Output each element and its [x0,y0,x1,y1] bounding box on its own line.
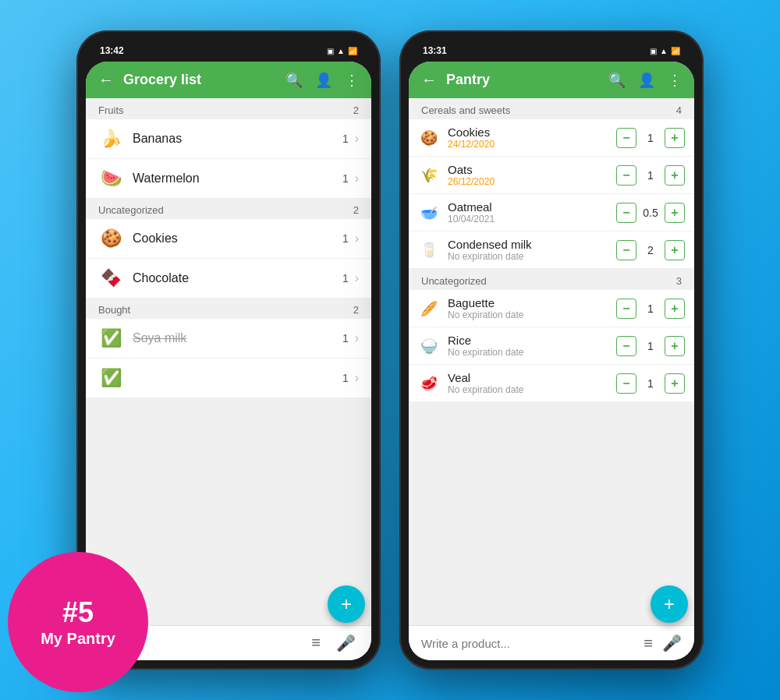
pantry-oats-date: 26/12/2020 [448,176,616,187]
pantry-condensed-milk-info: Condensed milk No expiration date [448,238,616,262]
phone1-back-button[interactable]: ← [98,71,114,89]
phone1-mic-icon[interactable]: 🎤 [336,634,356,652]
phone2-signal-icon: 📶 [671,47,680,55]
pantry-oats-emoji: 🌾 [418,167,440,184]
section-cereals-title: Cereals and sweets [421,104,510,116]
phone2-search-icon[interactable]: 🔍 [608,72,626,89]
section-fruits-count: 2 [353,104,359,116]
list-item-bananas[interactable]: 🍌 Bananas 1 › [86,119,371,159]
watermelon-emoji: 🍉 [98,168,123,189]
phone1-list-icon[interactable]: ≡ [311,634,321,652]
bought-2-qty: 1 [342,372,349,384]
section-pantry-uncategorized-header: Uncategorized 3 [409,269,694,290]
pantry-oatmeal-name: Oatmeal [448,200,616,214]
pantry-rice-emoji: 🍚 [418,338,440,355]
pantry-condensed-milk-emoji: 🥛 [418,242,440,259]
cookies-chevron: › [355,232,359,246]
pantry-oatmeal-plus[interactable]: + [665,203,685,223]
pantry-cookies-qty: 1 [641,132,660,144]
pantry-oats-plus[interactable]: + [665,165,685,186]
pantry-item-oatmeal[interactable]: 🥣 Oatmeal 10/04/2021 − 0.5 + [409,194,694,232]
pantry-condensed-milk-minus[interactable]: − [616,240,636,260]
cookies-emoji: 🍪 [98,228,123,249]
phone1-search-icon[interactable]: 🔍 [285,72,303,89]
pantry-item-rice[interactable]: 🍚 Rice No expiration date − 1 + [409,327,694,365]
section-uncategorized-card: 🍪 Cookies 1 › 🍫 Chocolate 1 › [86,219,371,298]
pantry-oats-minus[interactable]: − [616,165,636,186]
phone2-fab[interactable]: + [651,585,688,623]
wifi-icon: ▲ [337,47,345,55]
pantry-veal-info: Veal No expiration date [448,371,616,395]
product-input[interactable] [421,637,634,650]
phone2-pantry-content: Cereals and sweets 4 🍪 Cookies 24/12/202… [409,98,694,625]
soya-milk-bought-icon: ✅ [98,328,123,348]
section-pantry-uncategorized-count: 3 [676,275,682,287]
pantry-item-cookies[interactable]: 🍪 Cookies 24/12/2020 − 1 + [409,119,694,157]
pantry-oats-info: Oats 26/12/2020 [448,163,616,187]
pantry-veal-qty: 1 [641,377,660,390]
list-item-bought-2[interactable]: ✅ 1 › [86,359,371,398]
section-cereals-card: 🍪 Cookies 24/12/2020 − 1 + 🌾 [409,119,694,269]
phone2-wifi-icon: ▲ [660,47,668,55]
pantry-rice-qty-controls: − 1 + [616,336,685,356]
pantry-item-oats[interactable]: 🌾 Oats 26/12/2020 − 1 + [409,157,694,194]
bananas-chevron: › [355,132,359,146]
pantry-baguette-emoji: 🥖 [418,300,440,317]
pantry-item-veal[interactable]: 🥩 Veal No expiration date − 1 + [409,365,694,402]
pantry-oatmeal-date: 10/04/2021 [448,214,616,224]
pantry-veal-minus[interactable]: − [616,373,636,394]
phone-pantry: 13:31 ▣ ▲ 📶 ← Pantry 🔍 👤 ⋮ [399,30,704,670]
pantry-oatmeal-minus[interactable]: − [616,203,636,223]
phone2-battery-icon: ▣ [650,47,657,55]
badge-text: My Pantry [41,629,115,648]
phone2-mic-icon[interactable]: 🎤 [662,634,682,652]
phone2-back-button[interactable]: ← [421,71,437,89]
phone2-list-icon[interactable]: ≡ [644,635,653,652]
bananas-qty: 1 [342,133,349,145]
pantry-oatmeal-qty: 0.5 [641,207,660,219]
watermelon-chevron: › [355,171,359,186]
list-item-soya-milk[interactable]: ✅ Soya milk 1 › [86,319,371,359]
soya-milk-qty: 1 [342,332,349,345]
pantry-rice-minus[interactable]: − [616,336,636,356]
battery-icon: ▣ [327,47,334,55]
chocolate-chevron: › [355,271,359,285]
pantry-baguette-date: No expiration date [448,309,616,320]
pantry-condensed-milk-qty-controls: − 2 + [616,240,685,260]
pantry-item-baguette[interactable]: 🥖 Baguette No expiration date − 1 + [409,290,694,327]
pantry-item-condensed-milk[interactable]: 🥛 Condensed milk No expiration date − 2 … [409,232,694,269]
phone1-app-bar-icons: 🔍 👤 ⋮ [285,72,359,89]
pantry-veal-plus[interactable]: + [665,373,685,394]
phone1-status-icons: ▣ ▲ 📶 [327,47,357,55]
pantry-cookies-plus[interactable]: + [665,128,685,148]
phone1-fab[interactable]: + [328,585,365,623]
badge-number: #5 [62,596,94,629]
chocolate-name: Chocolate [133,271,342,285]
phone2-app-bar: ← Pantry 🔍 👤 ⋮ [409,62,694,98]
pantry-baguette-info: Baguette No expiration date [448,296,616,320]
pantry-condensed-milk-plus[interactable]: + [665,240,685,260]
pantry-rice-qty: 1 [641,340,660,352]
phone2-add-person-icon[interactable]: 👤 [638,72,655,89]
list-item-chocolate[interactable]: 🍫 Chocolate 1 › [86,259,371,298]
section-fruits-header: Fruits 2 [86,98,371,119]
phone1-add-person-icon[interactable]: 👤 [315,72,332,89]
pantry-oatmeal-info: Oatmeal 10/04/2021 [448,200,616,224]
pantry-baguette-plus[interactable]: + [665,299,685,319]
pantry-veal-qty-controls: − 1 + [616,373,685,394]
cookies-name: Cookies [133,232,342,246]
pantry-baguette-qty-controls: − 1 + [616,299,685,319]
list-item-watermelon[interactable]: 🍉 Watermelon 1 › [86,159,371,198]
pantry-cookies-minus[interactable]: − [616,128,636,148]
phone2-more-icon[interactable]: ⋮ [668,72,682,89]
bought-2-chevron: › [355,371,359,385]
list-item-cookies[interactable]: 🍪 Cookies 1 › [86,219,371,259]
phone1-list-content: Fruits 2 🍌 Bananas 1 › 🍉 Watermelon 1 › [86,98,371,625]
section-fruits-title: Fruits [98,104,124,116]
pantry-baguette-minus[interactable]: − [616,299,636,319]
cookies-qty: 1 [342,232,349,245]
phone1-more-icon[interactable]: ⋮ [345,72,359,89]
pantry-rice-plus[interactable]: + [665,336,685,356]
phone1-screen: ← Grocery list 🔍 👤 ⋮ Fruits 2 🍌 [86,62,371,660]
section-cereals-count: 4 [676,104,682,116]
